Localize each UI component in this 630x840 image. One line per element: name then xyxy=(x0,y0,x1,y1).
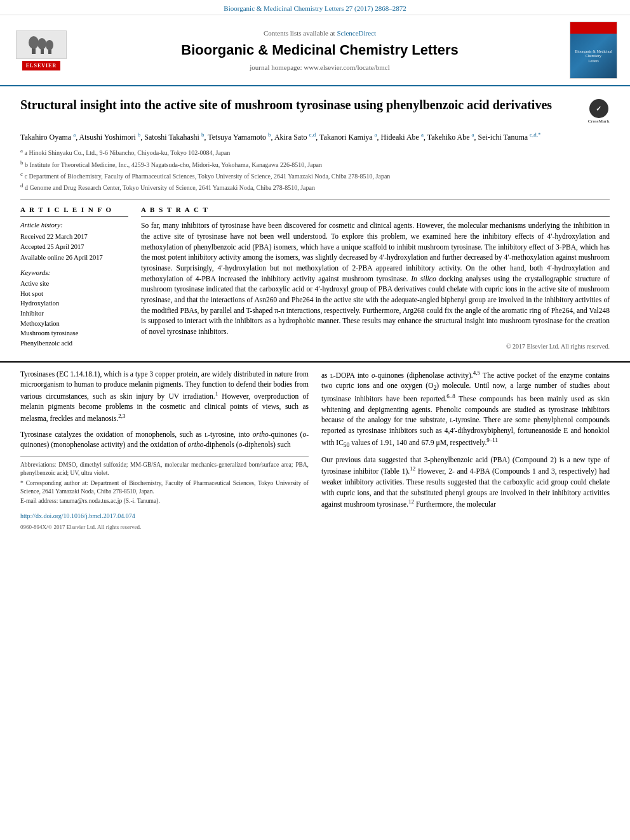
body-para-2: Tyrosinase catalyzes the oxidation of mo… xyxy=(20,429,309,450)
footnotes: Abbreviations: DMSO, dimethyl sulfoxide;… xyxy=(20,457,309,505)
affiliations: a a Hinoki Shinyaku Co., Ltd., 9-6 Niban… xyxy=(20,147,610,192)
abstract-panel: A B S T R A C T So far, many inhibitors … xyxy=(141,205,610,351)
abstract-text: So far, many inhibitors of tyrosinase ha… xyxy=(141,220,610,337)
journal-cover: Bioorganic & MedicinalChemistryLetters xyxy=(570,22,617,79)
body-para-1: Tyrosinases (EC 1.14.18.1), which is a t… xyxy=(20,369,309,424)
abbreviations-note: Abbreviations: DMSO, dimethyl sulfoxide;… xyxy=(20,461,309,478)
email-note: E-mail address: tanuma@rs.noda.tus.ac.jp… xyxy=(20,497,309,505)
journal-title: Bioorganic & Medicinal Chemistry Letters xyxy=(76,41,563,60)
keyword-4: Inhibitor xyxy=(20,309,128,319)
sciencedirect-link[interactable]: ScienceDirect xyxy=(337,29,376,37)
corresponding-note: * Corresponding author at: Department of… xyxy=(20,479,309,497)
body-col-right: as l-DOPA into o-quinones (diphenolase a… xyxy=(321,369,610,532)
article-info-panel: A R T I C L E I N F O Article history: R… xyxy=(20,205,128,351)
keyword-7: Phenylbenzoic acid xyxy=(20,339,128,349)
crossmark-icon: ✓ xyxy=(589,99,608,118)
doi-link[interactable]: http://dx.doi.org/10.1016/j.bmcl.2017.04… xyxy=(20,512,135,519)
paper-section: Structural insight into the active site … xyxy=(0,86,630,357)
affiliation-c: c c Department of Biochemistry, Faculty … xyxy=(20,170,610,181)
elsevier-text: ELSEVIER xyxy=(22,61,60,70)
crossmark-label: CrossMark xyxy=(587,119,609,124)
abstract-title: A B S T R A C T xyxy=(141,205,610,217)
keyword-2: Hot spot xyxy=(20,290,128,299)
paper-title-container: Structural insight into the active site … xyxy=(20,97,610,124)
body-para-3: as l-DOPA into o-quinones (diphenolase a… xyxy=(321,369,610,450)
affiliation-a: a a Hinoki Shinyaku Co., Ltd., 9-6 Niban… xyxy=(20,147,610,157)
authors: Takahiro Oyama a, Atsushi Yoshimori b, S… xyxy=(20,131,610,143)
paper-title-text: Structural insight into the active site … xyxy=(20,97,581,113)
journal-reference: Bioorganic & Medicinal Chemistry Letters… xyxy=(224,4,406,12)
keyword-6: Mushroom tyrosinase xyxy=(20,329,128,338)
elsevier-logo-box xyxy=(16,30,67,59)
crossmark: ✓ CrossMark xyxy=(587,99,610,124)
table-reference: Table xyxy=(384,467,399,475)
article-info-abstract: A R T I C L E I N F O Article history: R… xyxy=(20,205,610,351)
article-info-title: A R T I C L E I N F O xyxy=(20,205,128,217)
body-para-4: Our previous data suggested that 3-pheny… xyxy=(321,455,610,510)
body-section: Tyrosinases (EC 1.14.18.1), which is a t… xyxy=(0,361,630,538)
accepted-date: Accepted 25 April 2017 xyxy=(20,243,128,252)
copyright-notice: © 2017 Elsevier Ltd. All rights reserved… xyxy=(141,342,610,351)
article-history-label: Article history: xyxy=(20,220,128,230)
journal-homepage: journal homepage: www.elsevier.com/locat… xyxy=(76,63,563,72)
keywords-label: Keywords: xyxy=(20,268,128,277)
issn-line: 0960-894X/© 2017 Elsevier Ltd. All right… xyxy=(20,523,309,531)
elsevier-logo: ELSEVIER xyxy=(13,30,70,70)
keyword-1: Active site xyxy=(20,279,128,289)
svg-point-5 xyxy=(46,40,53,50)
body-two-col: Tyrosinases (EC 1.14.18.1), which is a t… xyxy=(20,369,610,532)
header-center: Contents lists available at ScienceDirec… xyxy=(76,29,563,73)
keyword-5: Methoxylation xyxy=(20,319,128,329)
journal-cover-image: Bioorganic & MedicinalChemistryLetters xyxy=(570,22,617,79)
journal-banner: Bioorganic & Medicinal Chemistry Letters… xyxy=(0,0,630,15)
contents-line: Contents lists available at ScienceDirec… xyxy=(76,29,563,38)
affiliation-b: b b Institute for Theoretical Medicine, … xyxy=(20,159,610,170)
available-date: Available online 26 April 2017 xyxy=(20,253,128,263)
journal-header: ELSEVIER Contents lists available at Sci… xyxy=(0,15,630,86)
received-date: Received 22 March 2017 xyxy=(20,232,128,242)
affiliation-d: d d Genome and Drug Research Center, Tok… xyxy=(20,182,610,192)
keyword-3: Hydroxylation xyxy=(20,299,128,309)
svg-point-3 xyxy=(37,38,46,50)
body-col-left: Tyrosinases (EC 1.14.18.1), which is a t… xyxy=(20,369,309,532)
svg-point-1 xyxy=(29,36,39,49)
doi-section: http://dx.doi.org/10.1016/j.bmcl.2017.04… xyxy=(20,510,309,531)
divider xyxy=(20,199,610,200)
